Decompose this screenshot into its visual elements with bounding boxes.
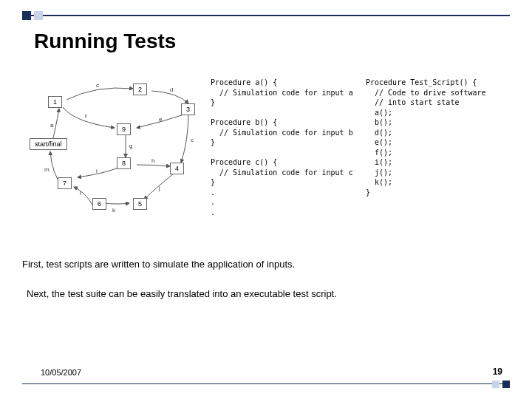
edge-label: f bbox=[85, 113, 86, 120]
edge-label: m bbox=[44, 166, 50, 173]
decor-bottom-square-light bbox=[492, 381, 499, 388]
content-row: 1 2 3 9 start/final 8 4 7 6 5 c d f e g … bbox=[22, 78, 517, 225]
top-rule bbox=[22, 15, 510, 16]
edge-label: j bbox=[159, 185, 160, 191]
node-9: 9 bbox=[117, 123, 131, 135]
edge-label: g bbox=[129, 143, 132, 149]
node-6: 6 bbox=[92, 198, 106, 210]
node-1: 1 bbox=[48, 96, 62, 108]
slide-title: Running Tests bbox=[34, 30, 176, 53]
node-2: 2 bbox=[133, 83, 147, 95]
decor-square-dark bbox=[22, 11, 31, 20]
node-7: 7 bbox=[58, 177, 72, 189]
state-diagram: 1 2 3 9 start/final 8 4 7 6 5 c d f e g … bbox=[22, 78, 203, 225]
edge-label: k bbox=[112, 207, 115, 214]
edge-label: c bbox=[96, 82, 99, 89]
node-4: 4 bbox=[170, 163, 184, 174]
edge-label: e bbox=[159, 116, 162, 123]
edge-label: i bbox=[96, 168, 98, 174]
footer-page-number: 19 bbox=[493, 366, 502, 377]
edge-label: c bbox=[191, 137, 194, 143]
edge-label: a bbox=[50, 122, 53, 129]
footer-date: 10/05/2007 bbox=[41, 368, 81, 377]
code-test-script: Procedure Test_Script() { // Code to dri… bbox=[366, 78, 514, 225]
paragraph-2: Next, the test suite can be easily trans… bbox=[27, 288, 337, 299]
code-procedures: Procedure a() { // Simulation code for i… bbox=[211, 78, 358, 225]
paragraph-1: First, test scripts are written to simul… bbox=[22, 259, 295, 270]
node-5: 5 bbox=[133, 198, 147, 210]
node-3: 3 bbox=[181, 103, 195, 115]
decor-square-light bbox=[34, 11, 43, 20]
edge-label: h bbox=[151, 157, 154, 164]
edge-label: l bbox=[80, 190, 81, 197]
node-8: 8 bbox=[117, 157, 131, 169]
decor-bottom-square-dark bbox=[502, 381, 510, 388]
bottom-rule bbox=[22, 383, 510, 384]
node-start: start/final bbox=[30, 138, 67, 150]
edge-label: d bbox=[170, 86, 173, 93]
